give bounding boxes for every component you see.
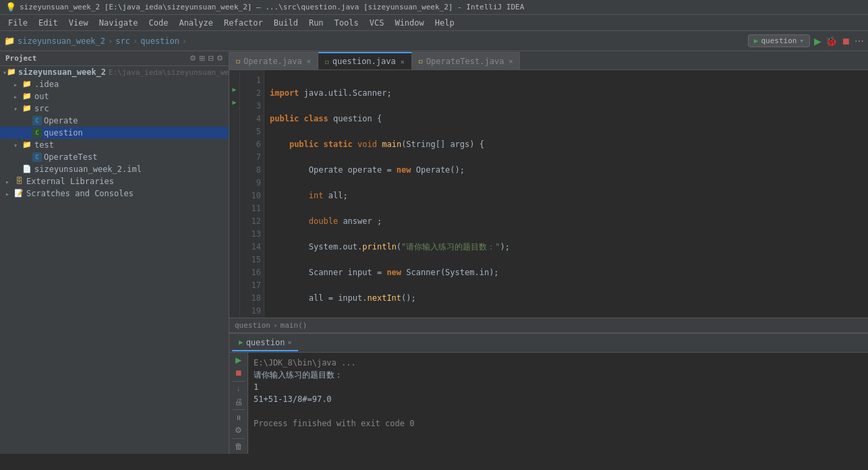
- marker-16: [229, 262, 239, 275]
- console-sep1: [233, 381, 245, 382]
- sidebar-expand-btn[interactable]: ⊞: [199, 54, 205, 63]
- tree-label-operate: Operate: [44, 116, 78, 125]
- console-print-btn[interactable]: 🖨: [231, 396, 246, 407]
- tree-label-operatetest: OperateTest: [44, 152, 97, 162]
- marker-17: [229, 275, 239, 288]
- menu-file[interactable]: File: [3, 17, 33, 29]
- folder-icon-root: 📁: [7, 67, 16, 77]
- stop-button[interactable]: ⏹: [841, 36, 850, 47]
- code-content[interactable]: import java.util.Scanner; public class q…: [264, 70, 868, 318]
- tree-item-extlibs[interactable]: ▸ 🗄 External Libraries: [0, 175, 229, 187]
- code-line-1: import java.util.Scanner;: [270, 87, 868, 100]
- java-icon-question: C: [32, 128, 42, 138]
- tree-item-test[interactable]: ▾ 📁 test: [0, 139, 229, 151]
- run-config-selector[interactable]: ▶ question ▾: [748, 34, 810, 47]
- tree-label-scratches: Scratches and Consoles: [26, 189, 134, 198]
- marker-14: [229, 237, 239, 249]
- sidebar-gear-btn[interactable]: ⚙: [216, 54, 223, 63]
- tab-question[interactable]: ◻ question.java ✕: [318, 52, 412, 69]
- tree-item-operatetest[interactable]: C OperateTest: [0, 151, 229, 163]
- tab-close-question[interactable]: ✕: [401, 58, 405, 65]
- marker-1: [229, 70, 239, 83]
- marker-6: [229, 134, 239, 147]
- tab-close-operate[interactable]: ✕: [307, 57, 311, 65]
- marker-12: [229, 211, 239, 224]
- debug-button[interactable]: 🐞: [826, 36, 837, 47]
- code-editor[interactable]: ▶ ▶: [229, 70, 868, 318]
- line-numbers: 12345 678910 1112131415 1617181920: [240, 70, 264, 318]
- console-settings-btn[interactable]: ⚙: [231, 425, 246, 436]
- marker-15: [229, 249, 239, 262]
- console-stop-btn[interactable]: ⏹: [231, 368, 246, 378]
- console-scroll-end-btn[interactable]: ↓: [231, 384, 246, 394]
- menu-edit[interactable]: Edit: [33, 17, 63, 29]
- tree-item-root[interactable]: ▾ 📁 sizeyunsuan_week_2 E:\java_ieda\size…: [0, 66, 229, 78]
- tree-item-iml[interactable]: 📄 sizeyunsuan_week_2.iml: [0, 163, 229, 175]
- tab-icon-operatetest: ◻: [419, 57, 423, 65]
- menu-refactor[interactable]: Refactor: [219, 17, 268, 29]
- tree-item-out[interactable]: ▸ 📁 out: [0, 90, 229, 102]
- code-line-6: double answer ;: [270, 215, 868, 228]
- sidebar-collapse-btn[interactable]: ⊟: [208, 54, 214, 63]
- tree-arrow-test: ▾: [13, 142, 22, 149]
- breadcrumb-sep2: ›: [133, 36, 138, 46]
- tab-close-operatetest[interactable]: ✕: [509, 57, 513, 65]
- console-output[interactable]: E:\JDK_8\bin\java ... 请你输入练习的题目数： 1 51+5…: [248, 353, 868, 454]
- tab-operatetest[interactable]: ◻ OperateTest.java ✕: [412, 52, 521, 69]
- tree-item-operate[interactable]: C Operate: [0, 115, 229, 127]
- tree-label-test: test: [34, 140, 54, 150]
- marker-19: [229, 301, 239, 314]
- breadcrumb-project[interactable]: sizeyunsuan_week_2: [18, 36, 105, 46]
- tree-item-question[interactable]: C question: [0, 127, 229, 139]
- java-icon-operate: C: [32, 116, 42, 125]
- menu-analyze[interactable]: Analyze: [173, 17, 219, 29]
- breadcrumb-src[interactable]: src: [115, 36, 130, 46]
- sidebar-title: Project: [5, 54, 36, 63]
- console-pause-btn[interactable]: ⏸: [231, 413, 246, 423]
- console-area: ▶ ⏹ ↓ 🖨 ⏸ ⚙ 🗑 E:\JDK_8\bin\java ... 请你输入…: [229, 353, 868, 454]
- more-button[interactable]: ⋯: [855, 36, 864, 47]
- menu-bar: File Edit View Navigate Code Analyze Ref…: [0, 15, 868, 31]
- sidebar: Project ⚙ ⊞ ⊟ ⚙ ▾ 📁 sizeyunsuan_week_2 E…: [0, 51, 229, 454]
- menu-view[interactable]: View: [63, 17, 94, 29]
- menu-code[interactable]: Code: [144, 17, 174, 29]
- iml-icon: 📄: [22, 165, 32, 174]
- tree-arrow-src: ▾: [13, 105, 22, 113]
- menu-window[interactable]: Window: [389, 17, 429, 29]
- editor-area: ◻ Operate.java ✕ ◻ question.java ✕ ◻ Ope…: [229, 51, 868, 332]
- menu-help[interactable]: Help: [430, 17, 460, 29]
- bottom-tab-close[interactable]: ✕: [287, 339, 291, 346]
- marker-4: [229, 109, 239, 121]
- menu-run[interactable]: Run: [303, 17, 329, 29]
- breadcrumb-file[interactable]: question: [140, 36, 179, 46]
- marker-9: [229, 173, 239, 185]
- bottom-tab-run[interactable]: ▶ question ✕: [232, 335, 298, 351]
- tree-arrow-extlibs: ▸: [5, 178, 13, 185]
- console-clear-btn[interactable]: 🗑: [231, 441, 246, 451]
- menu-navigate[interactable]: Navigate: [94, 17, 144, 29]
- console-line-prompt: 请你输入练习的题目数：: [254, 369, 863, 381]
- marker-2: ▶: [229, 83, 239, 96]
- breadcrumb-question: question: [235, 321, 270, 330]
- main-layout: Project ⚙ ⊞ ⊟ ⚙ ▾ 📁 sizeyunsuan_week_2 E…: [0, 51, 868, 454]
- tree-item-src[interactable]: ▾ 📁 src: [0, 102, 229, 115]
- run-tab-icon: ▶: [239, 338, 243, 347]
- breadcrumb-sep: ›: [273, 321, 278, 330]
- bottom-panel: ▶ question ✕ ▶ ⏹ ↓ 🖨 ⏸ ⚙ 🗑: [229, 332, 868, 454]
- folder-icon-out: 📁: [22, 92, 32, 101]
- console-sidebar: ▶ ⏹ ↓ 🖨 ⏸ ⚙ 🗑: [229, 353, 248, 454]
- tab-operate[interactable]: ◻ Operate.java ✕: [229, 52, 318, 69]
- menu-tools[interactable]: Tools: [329, 17, 364, 29]
- run-tab-label: question: [246, 338, 285, 347]
- tree-item-scratches[interactable]: ▸ 📝 Scratches and Consoles: [0, 187, 229, 200]
- tree-item-idea[interactable]: ▸ 📁 .idea: [0, 78, 229, 90]
- console-run-btn[interactable]: ▶: [231, 355, 246, 365]
- sidebar-actions: ⚙ ⊞ ⊟ ⚙: [190, 54, 223, 63]
- run-button[interactable]: ▶: [814, 36, 821, 47]
- sidebar-settings-btn[interactable]: ⚙: [190, 54, 196, 63]
- menu-vcs[interactable]: VCS: [364, 17, 390, 29]
- folder-icon-idea: 📁: [22, 80, 32, 89]
- console-line-blank: [254, 405, 863, 417]
- menu-build[interactable]: Build: [268, 17, 303, 29]
- marker-7: [229, 147, 239, 160]
